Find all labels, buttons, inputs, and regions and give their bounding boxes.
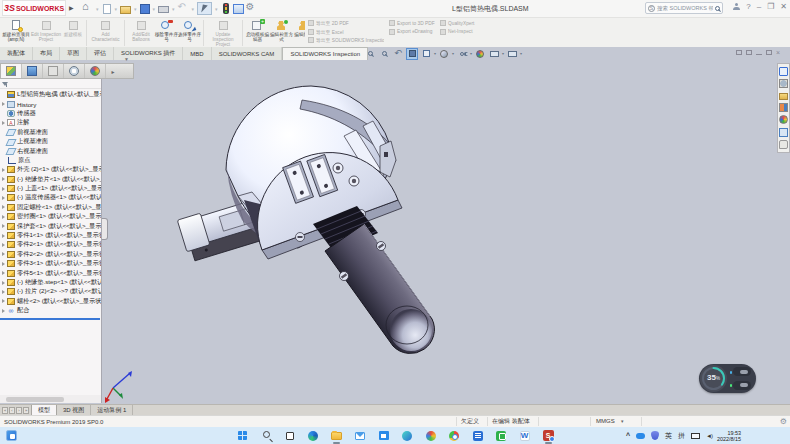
select-icon[interactable] xyxy=(201,4,208,13)
search-box[interactable]: S 搜索 SOLIDWORKS 帮助 xyxy=(645,2,723,14)
search-icon[interactable] xyxy=(715,6,720,11)
tree-item[interactable]: ∞配合 xyxy=(0,306,102,315)
status-gear-icon[interactable]: ⚙ xyxy=(780,417,787,426)
select-tool-box[interactable] xyxy=(197,2,212,15)
menu-expand-arrow-icon[interactable]: ▶ xyxy=(69,4,74,11)
export-item[interactable]: 导出至 SOLIDWORKS Inspection 项目 xyxy=(308,37,384,43)
new-document-icon[interactable] xyxy=(103,4,111,14)
previous-view-icon[interactable]: ↶ xyxy=(392,48,404,60)
tab-scroll-button[interactable]: » xyxy=(23,407,29,414)
expand-arrow-icon[interactable] xyxy=(0,234,7,238)
tree-item[interactable]: 零件3<1> (默认<<默认>_显示状 xyxy=(0,259,102,268)
tree-item[interactable]: 零件2<2> (默认<<默认>_显示状 xyxy=(0,250,102,259)
tab-SOLIDWORKS Inspection[interactable]: SOLIDWORKS Inspection xyxy=(282,47,368,60)
tree-item[interactable]: (-) 绝缘垫.step<1> (默认<<默认> xyxy=(0,278,102,287)
export-item[interactable]: QualityXpert xyxy=(440,20,476,26)
expand-arrow-icon[interactable] xyxy=(0,262,7,266)
panel-collapse-icon[interactable]: ▼ xyxy=(124,56,129,62)
taskbar-reader-icon[interactable] xyxy=(472,430,483,441)
taskbar-copilot-icon[interactable] xyxy=(402,430,413,441)
print-icon[interactable] xyxy=(158,6,169,13)
taskpane-view-palette-icon[interactable] xyxy=(779,103,788,112)
tab-scroll-button[interactable]: « xyxy=(2,407,8,414)
undo-icon[interactable] xyxy=(178,3,189,14)
panel-tab-properties[interactable] xyxy=(43,64,64,78)
onedrive-icon[interactable] xyxy=(636,433,645,439)
tab-scroll-button[interactable]: › xyxy=(16,407,22,414)
tree-item[interactable]: (-) 绝缘垫片<1> (默认<<默认>_显 xyxy=(0,175,102,184)
tree-item[interactable]: (-) 温度传感器<1> (默认<<默认>_ xyxy=(0,193,102,202)
open-icon[interactable] xyxy=(120,6,131,14)
taskbar-task-view-icon[interactable] xyxy=(284,430,295,441)
widget-button-top[interactable] xyxy=(733,367,751,376)
taskbar-chrome-icon[interactable] xyxy=(449,430,460,441)
expand-arrow-icon[interactable] xyxy=(0,281,7,285)
tree-item[interactable]: 原点 xyxy=(0,156,102,165)
taskbar-search-icon[interactable] xyxy=(261,430,272,441)
taskbar-windows-icon[interactable] xyxy=(237,430,248,441)
ribbon-button-template-editor[interactable]: +启动模板编辑器 xyxy=(245,19,270,47)
tab-SOLIDWORKS CAM[interactable]: SOLIDWORKS CAM xyxy=(212,47,283,60)
expand-arrow-icon[interactable] xyxy=(0,187,7,191)
taskbar-mail-icon[interactable] xyxy=(355,430,366,441)
expand-arrow-icon[interactable] xyxy=(0,271,7,275)
widget-button-bottom[interactable] xyxy=(733,381,751,390)
expand-arrow-icon[interactable] xyxy=(0,299,7,303)
export-item[interactable]: Export eDrawing xyxy=(389,29,435,35)
panel-tab-configurations[interactable] xyxy=(64,64,85,78)
ribbon-button-add-characteristic[interactable]: Add Characteristic xyxy=(89,19,122,47)
solidworks-logo[interactable]: 3SSOLIDWORKS xyxy=(2,0,66,16)
rollback-bar[interactable] xyxy=(0,318,100,320)
save-icon[interactable] xyxy=(140,4,150,14)
export-item[interactable]: 导出至 2D PDF xyxy=(308,20,384,26)
expand-arrow-icon[interactable] xyxy=(0,205,7,209)
expand-arrow-icon[interactable] xyxy=(0,290,7,294)
zoom-to-area-icon[interactable] xyxy=(378,48,390,60)
expand-arrow-icon[interactable] xyxy=(0,196,7,200)
ribbon-button-remove-balloons[interactable]: 移除零件序号 xyxy=(155,19,178,47)
tree-item[interactable]: (-) 上盖<1> (默认<<默认>_显示状 xyxy=(0,184,102,193)
tree-item[interactable]: 螺栓<2> (默认<<默认>_显示状态 xyxy=(0,297,102,306)
hide-show-items-icon[interactable] xyxy=(456,48,468,60)
ribbon-button-edit-operations[interactable]: 编辑操作 xyxy=(293,19,305,47)
doc-restore-icon[interactable] xyxy=(766,50,772,55)
expand-arrow-icon[interactable] xyxy=(0,168,7,172)
taskbar-store-icon[interactable] xyxy=(378,430,389,441)
tree-item[interactable]: 密封圈<1> (默认<<默认>_显示状 xyxy=(0,212,102,221)
bottom-tab-运动算例 1[interactable]: 运动算例 1 xyxy=(91,405,133,415)
taskpane-appearances-icon[interactable] xyxy=(779,115,788,124)
ribbon-button-edit-inspection-project[interactable]: Edit Inspection Project xyxy=(30,19,62,47)
tree-item[interactable]: (-) 拉片 (2)<2> ->? (默认<<默认> xyxy=(0,287,102,296)
help-button[interactable]: ? xyxy=(746,2,750,11)
taskbar-wps-icon[interactable]: W xyxy=(519,430,530,441)
security-shield-icon[interactable] xyxy=(651,431,659,440)
display-style-icon[interactable] xyxy=(438,48,450,60)
tree-item[interactable]: 固定螺栓<1> (默认<<默认>_显示 xyxy=(0,203,102,212)
doc-close-icon[interactable]: × xyxy=(776,50,780,55)
ribbon-button-update-inspection-project[interactable]: Update Inspection Project xyxy=(206,19,240,47)
zoom-to-fit-icon[interactable] xyxy=(364,48,376,60)
taskpane-file-explorer-icon[interactable] xyxy=(779,93,788,100)
volume-icon[interactable]: ◄) xyxy=(706,433,712,439)
expand-arrow-icon[interactable] xyxy=(0,252,7,256)
taskbar-clock[interactable]: 19:532022/8/15 xyxy=(717,430,741,442)
tab-布局[interactable]: 布局 xyxy=(33,47,60,60)
apply-scene-icon[interactable] xyxy=(488,48,500,60)
tab-评估[interactable]: 评估 xyxy=(87,47,114,60)
tree-item[interactable]: 传感器 xyxy=(0,109,102,118)
home-icon[interactable] xyxy=(82,3,93,14)
expand-arrow-icon[interactable] xyxy=(0,243,7,247)
panel-tab-features[interactable] xyxy=(1,64,22,78)
edit-appearance-icon[interactable] xyxy=(474,48,486,60)
ribbon-button-edit-methods[interactable]: 编辑检查方式 xyxy=(270,19,293,47)
ribbon-button-new-inspection-project[interactable]: 新建检查项目 (amp;N) xyxy=(2,19,30,47)
expand-arrow-icon[interactable] xyxy=(0,121,7,125)
taskpane-home-icon[interactable] xyxy=(779,67,788,76)
taskbar-browser-360-icon[interactable] xyxy=(425,430,436,441)
tree-filter[interactable] xyxy=(0,79,101,89)
taskpane-forum-icon[interactable] xyxy=(779,140,788,149)
ribbon-button-new-template[interactable]: 新建模板 xyxy=(62,19,84,47)
tab-装配体[interactable]: 装配体 xyxy=(0,47,33,60)
taskpane-design-library-icon[interactable] xyxy=(779,79,788,88)
expand-arrow-icon[interactable] xyxy=(0,215,7,219)
